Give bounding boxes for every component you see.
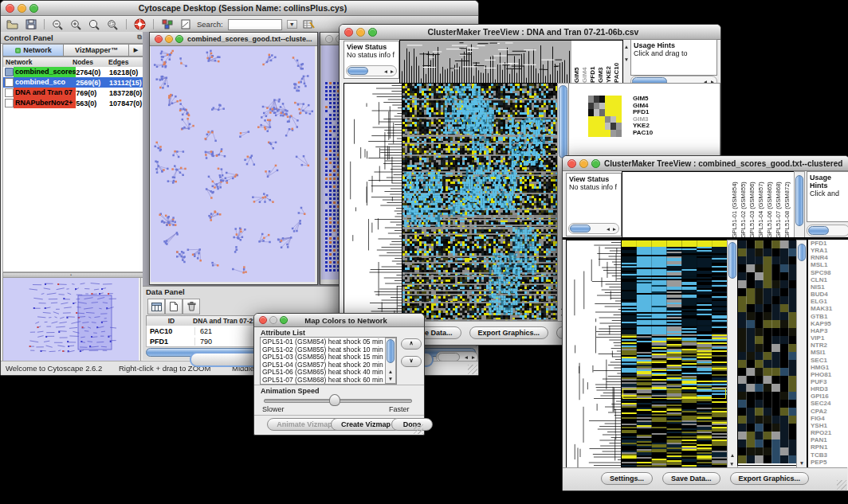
gene-label[interactable]: GPI16 <box>811 393 848 400</box>
scrollbar-thumb[interactable] <box>347 67 368 75</box>
zoom-window-button[interactable] <box>591 159 600 168</box>
matrix-cell[interactable] <box>616 96 622 103</box>
matrix-cell[interactable] <box>610 96 616 103</box>
heatmap-column-label[interactable]: GPL51-03 (GSM856) <box>748 172 756 238</box>
close-button[interactable] <box>325 35 333 43</box>
vizmapper-button[interactable] <box>160 18 174 30</box>
combined-heatmap-v-scrollbar[interactable]: ▲ ▼ <box>727 240 738 469</box>
minimize-button[interactable] <box>18 4 26 13</box>
network-list-row[interactable]: DNA and Tran 07 769(0) 183728(0) <box>3 88 143 98</box>
matrix-cell[interactable] <box>605 96 610 103</box>
gene-label[interactable]: YRA1 <box>811 247 848 254</box>
done-button[interactable]: Done <box>391 418 433 431</box>
treeview-action-button[interactable]: Save Data... <box>662 472 720 485</box>
matrix-cell[interactable] <box>616 123 622 130</box>
matrix-cell[interactable] <box>610 130 616 137</box>
matrix-cell[interactable] <box>616 103 622 110</box>
save-session-button[interactable] <box>24 18 37 30</box>
move-up-button[interactable]: ∧ <box>401 338 422 350</box>
zoom-heatmap-canvas[interactable] <box>738 240 797 463</box>
zoom-window-button[interactable] <box>29 4 38 13</box>
gene-label[interactable]: CLN1 <box>811 276 848 283</box>
attribute-list-item[interactable]: GPL51-03 (GSM856) heat shock 15 min <box>262 354 385 361</box>
attribute-list-item[interactable]: GPL51-02 (GSM855) heat shock 10 min <box>262 346 385 354</box>
help-button[interactable] <box>133 18 147 30</box>
float-panel-icon[interactable]: ⧉ <box>137 33 142 41</box>
zoom-fit-button[interactable] <box>88 18 101 30</box>
data-col-id[interactable]: ID <box>146 315 194 326</box>
gene-label[interactable]: NTR2 <box>811 342 848 349</box>
treeview-action-button[interactable]: Settings... <box>601 472 653 485</box>
zoom-in-button[interactable] <box>69 18 83 30</box>
network-graph-canvas[interactable] <box>151 46 315 282</box>
scroll-down-icon[interactable]: ▼ <box>799 460 805 467</box>
labels-scroll-up-icon[interactable]: ▲ <box>623 44 630 50</box>
heatmap-column-label[interactable]: PFD1 <box>589 41 597 83</box>
open-session-button[interactable] <box>6 18 19 30</box>
annotation-button[interactable] <box>179 18 192 30</box>
scroll-right-icon[interactable]: ► <box>611 226 618 232</box>
scroll-down-icon[interactable]: ▼ <box>729 461 736 467</box>
speed-slider-thumb[interactable] <box>329 394 340 406</box>
minimize-button[interactable] <box>165 35 173 43</box>
tab-vizmapper[interactable]: VizMapper™ <box>63 44 130 57</box>
zoom-heatmap-v-scrollbar[interactable]: ▼ <box>796 240 807 469</box>
matrix-cell[interactable] <box>605 130 610 137</box>
scrollbar-thumb[interactable] <box>387 339 395 363</box>
matrix-cell[interactable] <box>605 123 610 130</box>
close-button[interactable] <box>155 35 163 43</box>
minimize-button[interactable] <box>579 159 588 168</box>
zoom-window-button[interactable] <box>280 316 288 324</box>
close-button[interactable] <box>344 28 353 37</box>
heatmap-column-label[interactable]: GPL51-04 (GSM857) <box>756 172 765 238</box>
scrollbar-thumb[interactable] <box>728 242 736 279</box>
heatmap-column-label[interactable]: GPL51-07 (GSM868) <box>774 172 783 238</box>
matrix-cell[interactable] <box>594 123 599 130</box>
gene-label[interactable]: PHO81 <box>811 371 848 378</box>
matrix-cell[interactable] <box>599 109 605 116</box>
attribute-editor-button[interactable] <box>302 18 316 30</box>
attribute-list-scrollbar[interactable]: ▲ ▼ <box>385 338 396 384</box>
gene-label[interactable]: NIS1 <box>811 283 848 291</box>
row-dendrogram-canvas[interactable] <box>567 240 621 468</box>
matrix-cell[interactable] <box>594 103 599 110</box>
matrix-cell[interactable] <box>588 103 594 110</box>
heatmap-column-label[interactable]: GIM4 <box>581 41 589 83</box>
gene-label[interactable]: FIG4 <box>811 415 848 422</box>
matrix-cell[interactable] <box>588 116 594 123</box>
scroll-up-icon[interactable]: ▲ <box>387 369 394 375</box>
gene-label[interactable]: RNR4 <box>811 254 848 261</box>
matrix-cell[interactable] <box>594 96 599 103</box>
heatmap-column-label[interactable]: GPL51-01 (GSM854) <box>730 172 739 238</box>
col-header-network[interactable]: Network <box>2 57 73 68</box>
column-dendrogram-canvas[interactable] <box>400 41 571 83</box>
close-button[interactable] <box>6 4 14 13</box>
gene-label[interactable]: SEC1 <box>811 357 848 364</box>
matrix-cell[interactable] <box>616 116 622 123</box>
matrix-cell[interactable] <box>594 116 599 123</box>
close-button[interactable] <box>259 316 267 324</box>
matrix-cell[interactable] <box>599 96 605 103</box>
combined-title-bar[interactable]: ClusterMaker TreeView : combined_scores_… <box>563 156 848 171</box>
heatmap-column-label[interactable]: GPL51-02 (GSM855) <box>739 172 748 238</box>
combined-heatmap-canvas[interactable] <box>622 240 727 468</box>
network-list-row[interactable]: combined_sco 2569(6) 13112(15) <box>3 77 143 88</box>
resize-grip[interactable] <box>414 424 423 434</box>
gene-label[interactable]: SEC24 <box>811 400 848 407</box>
zoom-selected-button[interactable] <box>106 18 120 30</box>
heatmap-column-label[interactable]: GPL51-06 (GSM865) <box>765 172 774 238</box>
dna-heatmap-canvas[interactable] <box>402 84 557 321</box>
view-status-scrollbar[interactable]: ◄ ► <box>346 65 397 76</box>
scroll-right-icon[interactable]: ► <box>389 68 395 75</box>
gene-label[interactable]: PUF3 <box>811 378 848 385</box>
col-header-edges[interactable]: Edges <box>106 57 145 68</box>
resize-grip[interactable] <box>837 480 846 490</box>
gene-label[interactable]: PEP5 <box>811 459 848 466</box>
scrollbar-thumb[interactable] <box>808 226 829 235</box>
view-status-scrollbar[interactable]: ◄ ► <box>568 223 619 234</box>
scroll-right-icon[interactable]: ► <box>470 354 477 361</box>
col-header-nodes[interactable]: Nodes <box>70 57 108 68</box>
dna-heatmap[interactable] <box>402 83 558 322</box>
matrix-cell[interactable] <box>588 123 594 130</box>
scroll-left-icon[interactable]: ◄ <box>383 68 389 75</box>
